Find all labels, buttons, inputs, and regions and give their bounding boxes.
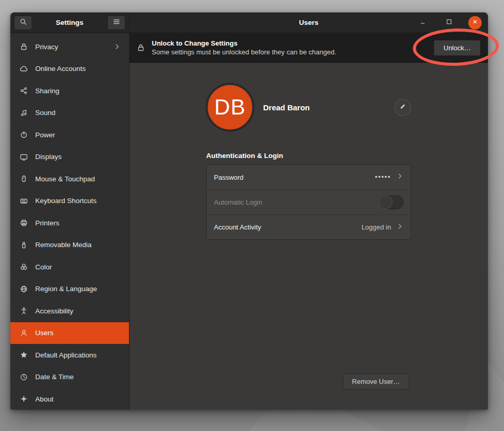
- window-controls: [416, 16, 488, 30]
- share-icon: [20, 87, 28, 95]
- power-icon: [20, 131, 28, 139]
- search-button[interactable]: [14, 16, 32, 30]
- pencil-icon: [399, 103, 407, 112]
- auth-login-list: Password ••••• Automatic Login Account A…: [206, 164, 411, 240]
- automatic-login-label: Automatic Login: [214, 198, 379, 206]
- hamburger-icon: [112, 18, 121, 28]
- sidebar-item-sound[interactable]: Sound: [10, 102, 129, 124]
- sidebar-item-label: Sound: [35, 109, 121, 117]
- minimize-icon: [420, 18, 427, 27]
- sidebar-item-label: Printers: [35, 219, 121, 227]
- sidebar-item-default-applications[interactable]: Default Applications: [10, 344, 129, 366]
- sidebar-item-label: Removable Media: [35, 241, 121, 249]
- sparkle-icon: [20, 395, 28, 403]
- sidebar-item-about[interactable]: About: [10, 388, 129, 410]
- sidebar-item-displays[interactable]: Displays: [10, 146, 129, 168]
- unlock-subtitle: Some settings must be unlocked before th…: [152, 48, 336, 56]
- account-activity-row[interactable]: Account Activity Logged in: [207, 214, 411, 239]
- main-panel: Users Unlock to Ch: [129, 12, 488, 410]
- printer-icon: [20, 219, 28, 227]
- unlock-button[interactable]: Unlock…: [434, 40, 481, 56]
- mouse-icon: [20, 175, 28, 183]
- sidebar-item-removable-media[interactable]: Removable Media: [10, 234, 129, 256]
- password-row[interactable]: Password •••••: [207, 165, 411, 190]
- automatic-login-row: Automatic Login: [207, 190, 411, 214]
- close-button[interactable]: [468, 16, 482, 30]
- settings-window: Settings Privacy Online Accounts: [10, 12, 488, 410]
- unlock-banner: Unlock to Change Settings Some settings …: [129, 33, 488, 63]
- maximize-icon: [445, 18, 453, 27]
- sidebar-item-label: Power: [35, 131, 121, 139]
- toggle-knob: [379, 195, 393, 209]
- sidebar-item-label: Keyboard Shortcuts: [35, 197, 121, 205]
- titlebar: Users: [129, 12, 488, 33]
- chevron-right-icon: [396, 223, 404, 232]
- remove-user-button[interactable]: Remove User…: [343, 373, 409, 390]
- sidebar-list: Privacy Online Accounts Sharing Sound: [10, 33, 129, 410]
- keyboard-icon: [20, 197, 28, 205]
- sidebar-item-label: Region & Language: [35, 285, 121, 293]
- section-heading: Authentication & Login: [206, 152, 411, 160]
- sidebar: Settings Privacy Online Accounts: [10, 12, 129, 410]
- sidebar-item-label: Mouse & Touchpad: [35, 175, 121, 183]
- sidebar-item-keyboard-shortcuts[interactable]: Keyboard Shortcuts: [10, 190, 129, 212]
- search-icon: [19, 18, 27, 28]
- user-full-name: Dread Baron: [263, 103, 310, 112]
- sidebar-item-label: Sharing: [35, 87, 121, 95]
- cloud-icon: [20, 65, 28, 73]
- sidebar-item-label: Users: [35, 329, 121, 337]
- sidebar-item-label: Displays: [35, 153, 121, 161]
- chevron-right-icon: [113, 43, 121, 50]
- unlock-title: Unlock to Change Settings: [152, 39, 336, 47]
- sidebar-item-users[interactable]: Users: [10, 322, 129, 344]
- account-activity-value: Logged in: [362, 223, 391, 231]
- sidebar-header: Settings: [10, 12, 129, 33]
- avatar[interactable]: DB: [206, 83, 254, 131]
- lock-icon: [137, 44, 145, 52]
- sidebar-item-accessibility[interactable]: Accessibility: [10, 300, 129, 322]
- edit-name-button[interactable]: [394, 99, 411, 116]
- accessibility-icon: [20, 307, 28, 315]
- account-activity-label: Account Activity: [214, 223, 362, 231]
- sidebar-item-sharing[interactable]: Sharing: [10, 80, 129, 102]
- sidebar-item-printers[interactable]: Printers: [10, 212, 129, 234]
- sidebar-item-label: About: [35, 395, 121, 403]
- automatic-login-toggle[interactable]: [379, 195, 404, 209]
- sidebar-item-power[interactable]: Power: [10, 124, 129, 146]
- maximize-button[interactable]: [442, 16, 456, 30]
- minimize-button[interactable]: [416, 16, 430, 30]
- display-icon: [20, 153, 28, 161]
- users-content: DB Dread Baron Authentication & Login Pa…: [129, 63, 488, 410]
- flash-drive-icon: [20, 241, 28, 249]
- sidebar-item-label: Accessibility: [35, 307, 121, 315]
- music-note-icon: [20, 109, 28, 117]
- user-card: DB Dread Baron: [206, 83, 411, 131]
- sidebar-item-region-language[interactable]: Region & Language: [10, 278, 129, 300]
- password-label: Password: [214, 174, 375, 181]
- lock-icon: [20, 42, 28, 51]
- unlock-text: Unlock to Change Settings Some settings …: [152, 39, 336, 56]
- sidebar-item-label: Online Accounts: [35, 65, 121, 73]
- sidebar-item-label: Color: [35, 263, 121, 271]
- sidebar-item-online-accounts[interactable]: Online Accounts: [10, 58, 129, 80]
- color-circles-icon: [20, 263, 28, 271]
- star-icon: [20, 351, 28, 359]
- sidebar-title: Settings: [32, 19, 107, 26]
- globe-icon: [20, 285, 28, 293]
- sidebar-item-label: Default Applications: [35, 351, 121, 359]
- sidebar-item-color[interactable]: Color: [10, 256, 129, 278]
- menu-button[interactable]: [107, 16, 125, 30]
- password-value: •••••: [375, 174, 391, 181]
- sidebar-item-label: Privacy: [35, 43, 113, 51]
- sidebar-item-mouse-touchpad[interactable]: Mouse & Touchpad: [10, 168, 129, 190]
- chevron-right-icon: [396, 173, 404, 182]
- close-icon: [471, 18, 479, 27]
- sidebar-item-date-time[interactable]: Date & Time: [10, 366, 129, 389]
- users-icon: [20, 329, 28, 337]
- sidebar-item-label: Date & Time: [35, 373, 121, 381]
- clock-icon: [20, 373, 28, 381]
- sidebar-item-privacy[interactable]: Privacy: [10, 36, 129, 58]
